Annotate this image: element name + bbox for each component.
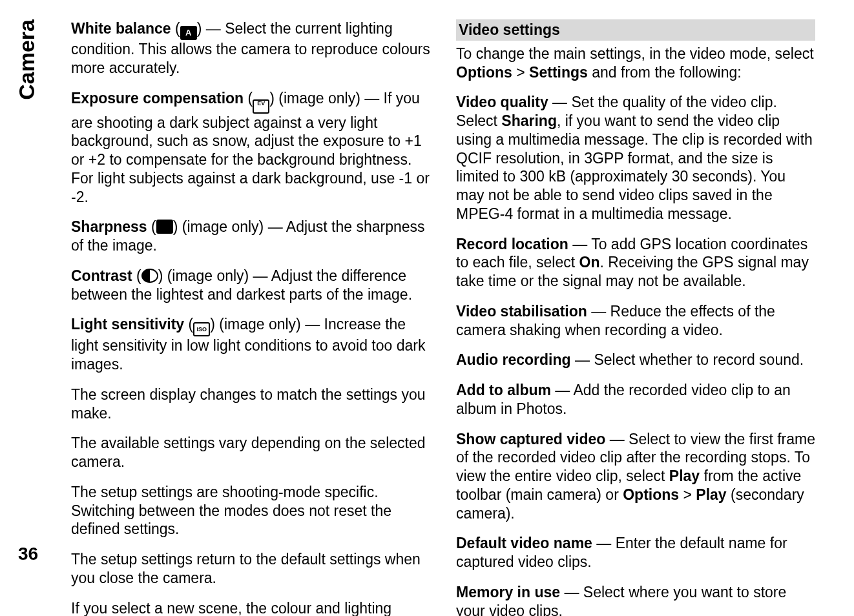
video-stabilisation-setting: Video stabilisation — Reduce the effects…: [456, 302, 815, 340]
paragraph: The setup settings are shooting-mode spe…: [71, 483, 430, 539]
settings-label: Settings: [529, 64, 588, 81]
exposure-setting: Exposure compensation (EV) (image only) …: [71, 89, 430, 207]
paragraph: The setup settings return to the default…: [71, 550, 430, 588]
paragraph: The screen display changes to match the …: [71, 385, 430, 423]
setting-label: Show captured video: [456, 431, 605, 447]
setting-label: Add to album: [456, 382, 551, 398]
paragraph: The available settings vary depending on…: [71, 434, 430, 471]
setting-label: Record location: [456, 236, 568, 252]
show-captured-video-setting: Show captured video — Select to view the…: [456, 430, 815, 523]
text: — Select whether to record sound.: [571, 351, 804, 368]
play-label: Play: [696, 486, 726, 503]
setting-label: White balance: [71, 20, 171, 37]
sharpness-setting: Sharpness () (image only) — Adjust the s…: [71, 218, 430, 255]
right-column: Video settings To change the main settin…: [456, 19, 815, 616]
exposure-icon: EV: [253, 99, 269, 114]
left-column: White balance (A) — Select the current l…: [71, 19, 430, 616]
text: >: [512, 64, 529, 81]
record-location-setting: Record location — To add GPS location co…: [456, 235, 815, 291]
setting-label: Video stabilisation: [456, 303, 587, 320]
white-balance-icon: A: [180, 26, 197, 40]
intro-paragraph: To change the main settings, in the vide…: [456, 45, 815, 82]
play-label: Play: [669, 467, 700, 484]
text: and from the following:: [588, 64, 742, 81]
options-label: Options: [623, 486, 679, 503]
options-label: Options: [456, 64, 512, 81]
white-balance-setting: White balance (A) — Select the current l…: [71, 19, 430, 77]
sharpness-icon: [156, 220, 173, 234]
content-columns: White balance (A) — Select the current l…: [71, 19, 815, 616]
contrast-setting: Contrast () (image only) — Adjust the di…: [71, 267, 430, 304]
add-to-album-setting: Add to album — Add the recorded video cl…: [456, 381, 815, 418]
setting-label: Light sensitivity: [71, 316, 184, 333]
page: Camera 36 White balance (A) — Select the…: [0, 0, 854, 616]
section-tab: Camera: [14, 19, 39, 100]
sharing-label: Sharing: [501, 112, 557, 129]
setting-text: (image only) — If you are shooting a dar…: [71, 90, 430, 205]
iso-icon: ISO: [193, 322, 210, 336]
light-sensitivity-setting: Light sensitivity (ISO) (image only) — I…: [71, 315, 430, 374]
default-video-name-setting: Default video name — Enter the default n…: [456, 534, 815, 571]
setting-label: Sharpness: [71, 218, 147, 235]
on-label: On: [579, 254, 600, 271]
setting-label: Contrast: [71, 267, 132, 284]
audio-recording-setting: Audio recording — Select whether to reco…: [456, 351, 815, 369]
setting-label: Exposure compensation: [71, 90, 244, 107]
contrast-icon: [141, 269, 158, 283]
paragraph: If you select a new scene, the colour an…: [71, 599, 430, 617]
setting-label: Audio recording: [456, 351, 571, 368]
video-quality-setting: Video quality — Set the quality of the v…: [456, 93, 815, 223]
page-number: 36: [18, 544, 38, 564]
setting-label: Memory in use: [456, 584, 560, 601]
setting-label: Default video name: [456, 535, 592, 551]
setting-label: Video quality: [456, 94, 548, 110]
text: To change the main settings, in the vide…: [456, 45, 814, 62]
video-settings-header: Video settings: [456, 19, 815, 41]
memory-in-use-setting: Memory in use — Select where you want to…: [456, 583, 815, 616]
text: >: [679, 486, 696, 503]
